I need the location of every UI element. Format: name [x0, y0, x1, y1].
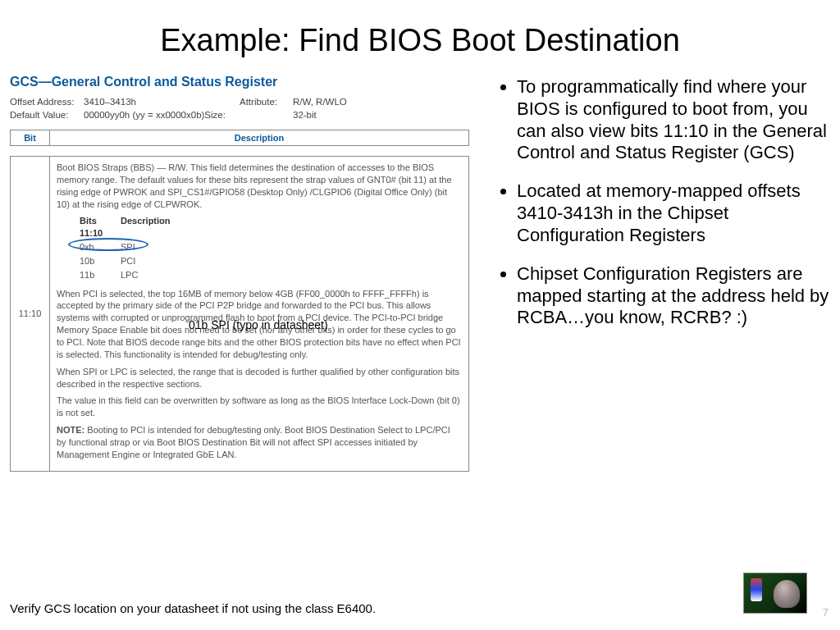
- slide-body: GCS—General Control and Status Register …: [0, 75, 840, 472]
- offset-label: Offset Address:: [10, 96, 84, 109]
- bits-desc: PCI: [121, 255, 170, 267]
- bullet-item: To programmatically find where your BIOS…: [517, 76, 830, 164]
- decorative-image: [743, 573, 807, 614]
- bits-header-b: Description: [121, 215, 170, 240]
- size-label: Size:: [204, 110, 226, 120]
- default-value: 00000yy0h (yy = xx0000x0b): [84, 110, 204, 120]
- col-description: Description: [50, 130, 469, 146]
- register-name: GCS—General Control and Status Register: [10, 75, 469, 89]
- footer-note: Verify GCS location on your datasheet if…: [10, 601, 376, 615]
- col-bit: Bit: [11, 130, 50, 146]
- slide-title: Example: Find BIOS Boot Destination: [0, 0, 840, 75]
- bits-desc: LPC: [121, 269, 170, 281]
- size-value: 32-bit: [293, 109, 317, 122]
- register-table-body: 11:10 Boot BIOS Straps (BBS) — R/W. This…: [10, 156, 469, 472]
- desc-p3: The value in this field can be overwritt…: [57, 395, 462, 419]
- datasheet-excerpt: GCS—General Control and Status Register …: [10, 75, 477, 472]
- bits-value: 11b: [71, 269, 121, 281]
- default-label: Default Value:: [10, 109, 84, 122]
- bit-range: 11:10: [11, 157, 50, 472]
- bit-description: Boot BIOS Straps (BBS) — R/W. This field…: [50, 157, 469, 472]
- desc-p2: When SPI or LPC is selected, the range t…: [57, 366, 462, 390]
- register-table: Bit Description: [10, 130, 469, 146]
- desc-intro: Boot BIOS Straps (BBS) — R/W. This field…: [57, 162, 462, 210]
- bullet-list: To programmatically find where your BIOS…: [477, 75, 830, 472]
- highlight-circle: [68, 238, 148, 251]
- attribute-value: R/W, R/WLO: [293, 96, 347, 109]
- desc-note: NOTE: Booting to PCI is intended for deb…: [57, 424, 462, 461]
- register-meta: Offset Address: 3410–3413h Attribute: R/…: [10, 96, 469, 121]
- bits-subtable: Bits 11:10 Description 0xb SPI 10b PCI: [71, 215, 462, 281]
- bullet-item: Chipset Configuration Registers are mapp…: [517, 263, 830, 329]
- typo-annotation: 01b SPI (typo in datasheet): [189, 318, 328, 331]
- attribute-label: Attribute:: [240, 96, 293, 109]
- offset-value: 3410–3413h: [84, 96, 240, 109]
- page-number: 7: [823, 606, 829, 619]
- bits-header-a: Bits 11:10: [71, 215, 121, 240]
- bits-value: 10b: [71, 255, 121, 267]
- bullet-item: Located at memory-mapped offsets 3410-34…: [517, 180, 830, 246]
